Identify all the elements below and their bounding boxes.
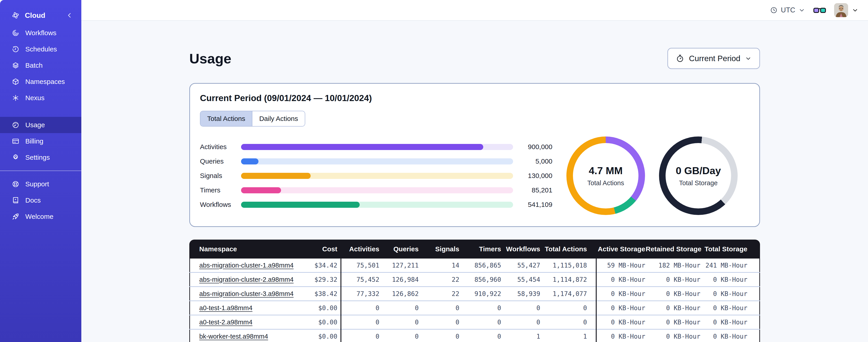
- bar-row-queries: Queries5,000: [200, 154, 552, 169]
- bar-track: [241, 144, 513, 150]
- table-body: abs-migration-cluster-1.a98mm4$34.4275,5…: [189, 259, 760, 342]
- main-content: Usage Current Period Current Period (09/…: [81, 21, 868, 342]
- sidebar-item-billing[interactable]: Billing: [0, 133, 81, 149]
- value-cell: 856,865: [460, 262, 501, 269]
- bar-row-workflows: Workflows541,109: [200, 197, 552, 212]
- sidebar-item-docs[interactable]: Docs: [0, 192, 81, 208]
- value-cell: 0: [341, 304, 380, 312]
- column-header-total-storage: Total Storage: [701, 245, 760, 253]
- bar-label: Queries: [200, 158, 241, 165]
- donut-value: 4.7 MM: [589, 165, 623, 177]
- sidebar-item-label: Welcome: [25, 213, 53, 220]
- value-cell: 75,501: [341, 262, 380, 269]
- column-group-divider: [596, 259, 597, 342]
- namespaces-icon: [12, 78, 20, 86]
- sidebar-collapse-button[interactable]: [66, 12, 73, 19]
- sidebar-item-usage[interactable]: Usage: [0, 117, 81, 133]
- bar-fill: [241, 187, 281, 193]
- value-cell: $0.00: [311, 333, 341, 340]
- bar-value: 541,109: [513, 201, 552, 208]
- value-cell: 0: [380, 304, 419, 312]
- nexus-icon: [12, 94, 20, 102]
- app-window: Cloud WorkflowsSchedulesBatchNamespacesN…: [0, 0, 868, 342]
- namespace-cell: abs-migration-cluster-2.a98mm4: [189, 276, 311, 283]
- sidebar-item-label: Support: [25, 180, 49, 188]
- topbar: UTC: [81, 0, 868, 21]
- sidebar-item-workflows[interactable]: Workflows: [0, 25, 81, 41]
- table-row: abs-migration-cluster-1.a98mm4$34.4275,5…: [189, 259, 760, 273]
- value-cell: 0 KB-Hour: [701, 290, 760, 298]
- bar-label: Workflows: [200, 201, 241, 208]
- sidebar-item-settings[interactable]: Settings: [0, 149, 81, 166]
- value-cell: 0 KB-Hour: [596, 333, 646, 340]
- bar-label: Activities: [200, 143, 241, 151]
- table-row: abs-migration-cluster-3.a98mm4$38.4277,3…: [189, 287, 760, 301]
- timezone-selector[interactable]: UTC: [770, 6, 805, 14]
- namespace-link[interactable]: bk-worker-test.a98mm4: [199, 333, 268, 340]
- sidebar-item-nexus[interactable]: Nexus: [0, 90, 81, 106]
- value-cell: 1: [540, 333, 596, 340]
- namespace-link[interactable]: abs-migration-cluster-2.a98mm4: [199, 276, 293, 283]
- chevron-down-icon: [798, 7, 805, 13]
- sidebar: Cloud WorkflowsSchedulesBatchNamespacesN…: [0, 0, 81, 342]
- docs-icon: [12, 197, 20, 204]
- bar-fill: [241, 173, 311, 179]
- value-cell: 126,862: [380, 290, 419, 298]
- account-menu[interactable]: [834, 3, 859, 17]
- sidebar-item-namespaces[interactable]: Namespaces: [0, 73, 81, 90]
- value-cell: 0: [460, 304, 501, 312]
- value-cell: 0 KB-Hour: [701, 318, 760, 326]
- period-selector-button[interactable]: Current Period: [668, 48, 760, 69]
- value-cell: 1,115,018: [540, 262, 596, 269]
- value-cell: 0: [380, 333, 419, 340]
- workflows-icon: [12, 29, 20, 37]
- namespace-cell: a0-test-2.a98mm4: [189, 318, 311, 326]
- value-cell: 0: [419, 304, 460, 312]
- value-cell: 856,960: [460, 276, 501, 283]
- value-cell: 0 KB-Hour: [646, 304, 701, 312]
- bar-value: 130,000: [513, 172, 552, 179]
- sidebar-item-batch[interactable]: Batch: [0, 57, 81, 73]
- donut-label: Total Actions: [587, 179, 624, 187]
- donut-center: 4.7 MMTotal Actions: [573, 143, 639, 208]
- namespace-link[interactable]: abs-migration-cluster-1.a98mm4: [199, 262, 293, 269]
- column-group-divider: [340, 259, 341, 342]
- value-cell: 0 KB-Hour: [701, 276, 760, 283]
- user-avatar[interactable]: [834, 3, 848, 17]
- value-cell: $34.42: [311, 262, 341, 269]
- chevron-down-icon: [745, 55, 752, 62]
- glasses-icon[interactable]: [813, 6, 826, 14]
- donut-center: 0 GB/DayTotal Storage: [665, 143, 731, 208]
- namespace-link[interactable]: a0-test-2.a98mm4: [199, 318, 252, 326]
- bar-fill: [241, 158, 258, 165]
- bar-track: [241, 187, 513, 193]
- value-cell: 55,427: [501, 262, 540, 269]
- bar-track: [241, 173, 513, 179]
- sidebar-item-welcome[interactable]: Welcome: [0, 208, 81, 225]
- namespace-link[interactable]: abs-migration-cluster-3.a98mm4: [199, 290, 293, 297]
- namespace-cell: abs-migration-cluster-1.a98mm4: [189, 262, 311, 269]
- usage-bar-chart: Activities900,000Queries5,000Signals130,…: [200, 140, 552, 212]
- value-cell: $0.00: [311, 304, 341, 312]
- support-icon: [12, 180, 20, 188]
- bar-value: 5,000: [513, 158, 552, 165]
- table-row: abs-migration-cluster-2.a98mm4$29.3275,4…: [189, 273, 760, 287]
- sidebar-item-support[interactable]: Support: [0, 176, 81, 192]
- value-cell: 22: [419, 276, 460, 283]
- cloud-brand[interactable]: Cloud: [0, 6, 81, 25]
- tab-daily-actions[interactable]: Daily Actions: [252, 111, 305, 126]
- brand-label: Cloud: [25, 11, 45, 20]
- donut-chart-total-storage: 0 GB/DayTotal Storage: [659, 136, 738, 215]
- card-title: Current Period (09/01/2024 — 10/01/2024): [200, 93, 749, 103]
- donut-label: Total Storage: [679, 179, 718, 187]
- namespace-usage-table: NamespaceCostActivitiesQueriesSignalsTim…: [189, 240, 760, 342]
- value-cell: $0.00: [311, 318, 341, 326]
- sidebar-item-label: Settings: [25, 153, 50, 161]
- settings-icon: [12, 153, 20, 161]
- column-header-cost: Cost: [311, 245, 341, 253]
- tab-total-actions[interactable]: Total Actions: [200, 111, 252, 126]
- sidebar-item-schedules[interactable]: Schedules: [0, 41, 81, 57]
- column-header-total-actions: Total Actions: [540, 245, 596, 253]
- bar-row-activities: Activities900,000: [200, 140, 552, 154]
- namespace-link[interactable]: a0-test-1.a98mm4: [199, 304, 252, 312]
